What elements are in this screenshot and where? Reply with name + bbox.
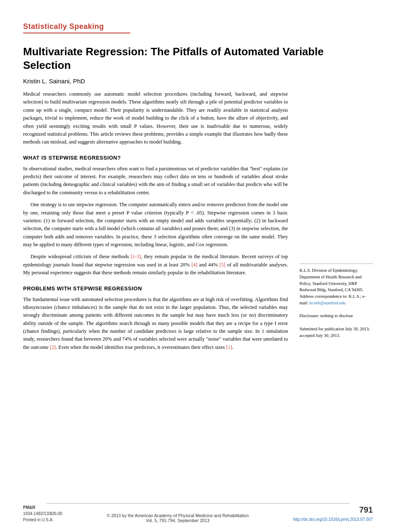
section-heading-1: WHAT IS STEPWISE REGRESSION? bbox=[23, 155, 288, 161]
affiliation-text: K.L.S. Division of Epidemiology, Departm… bbox=[299, 268, 366, 305]
section1-para1: In observational studies, medical resear… bbox=[23, 165, 288, 197]
footer-issn: 1934-1482/13/$36.00 bbox=[23, 511, 62, 516]
sidebar-info: K.L.S. Division of Epidemiology, Departm… bbox=[299, 264, 373, 339]
page-footer: PM&R 1934-1482/13/$36.00 Printed in U.S.… bbox=[23, 503, 373, 523]
header-rule bbox=[23, 33, 130, 33]
footer-country: Printed in U.S.A. bbox=[23, 518, 54, 522]
left-column: Medical researchers commonly use automat… bbox=[23, 90, 299, 355]
submitted-text: Submitted for publication July 30, 2013;… bbox=[299, 327, 370, 338]
section1-para3: Despite widespread criticism of these me… bbox=[23, 253, 288, 277]
footer-center: © 2013 by the American Academy of Physic… bbox=[107, 513, 249, 523]
page: Statistically Speaking Multivariate Regr… bbox=[0, 0, 396, 532]
section1-para2: One strategy is to use stepwise regressi… bbox=[23, 201, 288, 249]
disclosure-text: Disclosure: nothing to disclose bbox=[299, 313, 353, 318]
section-heading-2: PROBLEMS WITH STEPWISE REGRESSION bbox=[23, 285, 288, 292]
article-title: Multivariate Regression: The Pitfalls of… bbox=[23, 45, 373, 72]
footer-right: 791 http://dx.doi.org/10.1016/j.pmrj.201… bbox=[293, 503, 373, 523]
section-header: Statistically Speaking bbox=[23, 22, 373, 42]
affiliation-body: K.L.S. Division of Epidemiology, Departm… bbox=[299, 268, 366, 305]
section2-para1: The fundamental issue with automated sel… bbox=[23, 296, 288, 352]
ref-2[interactable]: [2] bbox=[50, 344, 56, 350]
abstract-text: Medical researchers commonly use automat… bbox=[23, 90, 288, 146]
doi-link[interactable]: http://dx.doi.org/10.1016/j.pmrj.2013.07… bbox=[293, 517, 373, 522]
ref-1[interactable]: [1] bbox=[226, 344, 232, 350]
email-link[interactable]: kcobb@stanford.edu bbox=[309, 301, 346, 305]
ref-1-3[interactable]: [1-3] bbox=[131, 254, 141, 259]
ref-5[interactable]: [5] bbox=[219, 262, 226, 268]
footer-left: PM&R 1934-1482/13/$36.00 Printed in U.S.… bbox=[23, 504, 62, 523]
page-number: 791 bbox=[293, 503, 373, 516]
footer-rule bbox=[46, 503, 350, 504]
content-area: Statistically Speaking Multivariate Regr… bbox=[0, 0, 396, 380]
footer-copyright: © 2013 by the American Academy of Physic… bbox=[107, 513, 249, 518]
right-sidebar: K.L.S. Division of Epidemiology, Departm… bbox=[299, 90, 373, 355]
author-name: Kristin L. Sainani, PhD bbox=[23, 78, 373, 85]
ref-4[interactable]: [4] bbox=[191, 262, 198, 268]
section-label: Statistically Speaking bbox=[23, 22, 104, 31]
main-layout: Medical researchers commonly use automat… bbox=[23, 90, 373, 355]
footer-journal: PM&R bbox=[23, 505, 35, 510]
footer-volume: Vol. 5, 791-794, September 2013 bbox=[146, 518, 210, 523]
